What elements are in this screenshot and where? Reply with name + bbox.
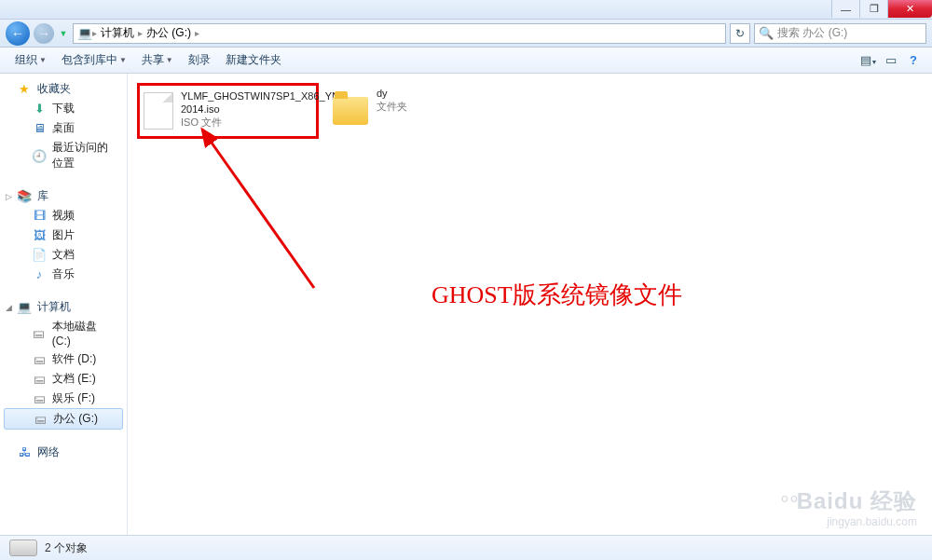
toolbar-new-folder[interactable]: 新建文件夹 — [218, 52, 289, 68]
folder-icon — [333, 97, 368, 125]
tree-computer-header[interactable]: ◢ 💻 计算机 — [0, 297, 127, 317]
file-text: YLMF_GHOSTWIN7SP1_X86_YN 2014.iso ISO 文件 — [181, 89, 339, 132]
status-bar: 2 个对象 — [0, 535, 932, 560]
status-drive-icon — [9, 540, 37, 556]
address-bar[interactable]: 💻 ▸ 计算机 ▸ 办公 (G:) ▸ — [73, 23, 726, 44]
sidebar-item-drive-e[interactable]: 🖴 文档 (E:) — [0, 369, 127, 389]
refresh-button[interactable]: ↻ — [730, 23, 750, 44]
search-input[interactable]: 🔍 搜索 办公 (G:) — [754, 23, 926, 44]
tree-label: 库 — [37, 188, 48, 204]
tree-label: 娱乐 (F:) — [52, 390, 95, 406]
sidebar-item-downloads[interactable]: ⬇ 下载 — [0, 99, 127, 118]
tree-label: 收藏夹 — [37, 81, 71, 97]
desktop-icon: 🖥 — [32, 121, 47, 136]
status-count: 2 个对象 — [45, 540, 88, 556]
toolbar-share[interactable]: 共享▼ — [134, 52, 181, 68]
star-icon: ★ — [17, 82, 32, 97]
window-close-button[interactable]: ✕ — [887, 0, 932, 18]
toolbar-organize[interactable]: 组织▼ — [7, 52, 54, 68]
breadcrumb-computer[interactable]: 计算机 — [97, 25, 138, 41]
tree-label: 本地磁盘 (C:) — [52, 319, 117, 348]
file-row: YLMF_GHOSTWIN7SP1_X86_YN 2014.iso ISO 文件… — [128, 74, 932, 148]
watermark-url: jingyan.baidu.com — [778, 515, 917, 528]
tree-computer: ◢ 💻 计算机 🖴 本地磁盘 (C:) 🖴 软件 (D:) 🖴 文档 (E:) … — [0, 297, 127, 430]
address-row: ← → ▼ 💻 ▸ 计算机 ▸ 办公 (G:) ▸ ↻ 🔍 搜索 办公 (G:) — [0, 20, 932, 48]
picture-icon: 🖼 — [32, 228, 47, 243]
file-item-folder[interactable]: dy 文件夹 — [328, 83, 510, 133]
file-type: 文件夹 — [377, 100, 407, 113]
toolbar-burn[interactable]: 刻录 — [181, 52, 218, 68]
breadcrumb-sep-icon: ▸ — [195, 28, 199, 38]
tree-libraries: ▷ 📚 库 🎞 视频 🖼 图片 📄 文档 ♪ 音乐 — [0, 186, 127, 284]
tree-label: 文档 — [52, 247, 75, 263]
music-icon: ♪ — [32, 267, 47, 282]
main-area: ★ 收藏夹 ⬇ 下载 🖥 桌面 🕘 最近访问的位置 ▷ 📚 库 — [0, 74, 932, 535]
recent-icon: 🕘 — [32, 148, 47, 163]
nav-history-dropdown[interactable]: ▼ — [58, 29, 69, 38]
search-icon: 🔍 — [759, 26, 774, 40]
file-name: YLMF_GHOSTWIN7SP1_X86_YN — [181, 89, 339, 102]
paw-icon: ∘∘ — [778, 486, 797, 510]
drive-icon: 🖴 — [33, 412, 48, 427]
network-icon: 🖧 — [17, 445, 32, 460]
tree-label: 网络 — [37, 444, 60, 460]
toolbar-preview-pane-button[interactable]: ▭ — [880, 53, 902, 67]
drive-icon: 🖴 — [32, 372, 47, 387]
expand-icon: ▷ — [6, 192, 12, 201]
iso-file-icon — [144, 92, 173, 130]
file-icon — [332, 87, 369, 130]
sidebar-item-drive-c[interactable]: 🖴 本地磁盘 (C:) — [0, 317, 127, 349]
watermark: ∘∘Baidu 经验 jingyan.baidu.com — [778, 486, 917, 528]
tree-label: 软件 (D:) — [52, 351, 96, 367]
tree-label: 最近访问的位置 — [52, 140, 117, 171]
drive-icon: 🖴 — [32, 391, 47, 406]
tree-network: 🖧 网络 — [0, 443, 127, 462]
sidebar-item-desktop[interactable]: 🖥 桌面 — [0, 118, 127, 138]
download-icon: ⬇ — [32, 102, 47, 116]
tree-network-header[interactable]: 🖧 网络 — [0, 443, 127, 462]
sidebar-item-pictures[interactable]: 🖼 图片 — [0, 225, 127, 245]
window-maximize-button[interactable]: ❐ — [859, 0, 887, 18]
nav-forward-button[interactable]: → — [34, 23, 54, 44]
toolbar-help-button[interactable]: ? — [902, 53, 925, 67]
file-type: ISO 文件 — [181, 116, 339, 129]
nav-back-button[interactable]: ← — [6, 21, 30, 46]
breadcrumb-drive[interactable]: 办公 (G:) — [143, 25, 195, 41]
sidebar-item-drive-d[interactable]: 🖴 软件 (D:) — [0, 349, 127, 369]
toolbar-include-in-library[interactable]: 包含到库中▼ — [54, 52, 134, 68]
tree-libraries-header[interactable]: ▷ 📚 库 — [0, 186, 127, 206]
toolbar-view-button[interactable]: ▤▼ — [857, 53, 880, 67]
library-icon: 📚 — [17, 189, 32, 204]
sidebar-item-videos[interactable]: 🎞 视频 — [0, 206, 127, 225]
tree-label: 桌面 — [52, 120, 75, 136]
file-icon — [144, 89, 173, 132]
sidebar-item-music[interactable]: ♪ 音乐 — [0, 265, 127, 284]
tree-favorites-header[interactable]: ★ 收藏夹 — [0, 79, 127, 99]
tree-label: 计算机 — [37, 299, 71, 315]
navigation-pane: ★ 收藏夹 ⬇ 下载 🖥 桌面 🕘 最近访问的位置 ▷ 📚 库 — [0, 74, 128, 535]
tree-label: 下载 — [52, 101, 75, 116]
tree-label: 音乐 — [52, 266, 75, 282]
sidebar-item-drive-g[interactable]: 🖴 办公 (G:) — [4, 408, 123, 430]
file-list-pane[interactable]: YLMF_GHOSTWIN7SP1_X86_YN 2014.iso ISO 文件… — [128, 74, 932, 535]
file-name: dy — [377, 87, 407, 100]
search-placeholder: 搜索 办公 (G:) — [777, 25, 847, 41]
computer-icon: 💻 — [77, 26, 92, 41]
sidebar-item-recent[interactable]: 🕘 最近访问的位置 — [0, 138, 127, 173]
file-item-iso[interactable]: YLMF_GHOSTWIN7SP1_X86_YN 2014.iso ISO 文件 — [137, 83, 319, 139]
drive-icon: 🖴 — [32, 352, 47, 367]
tree-favorites: ★ 收藏夹 ⬇ 下载 🖥 桌面 🕘 最近访问的位置 — [0, 79, 127, 173]
drive-icon: 🖴 — [32, 326, 47, 341]
tree-label: 图片 — [52, 227, 75, 243]
toolbar: 组织▼ 包含到库中▼ 共享▼ 刻录 新建文件夹 ▤▼ ▭ ? — [0, 48, 932, 74]
sidebar-item-drive-f[interactable]: 🖴 娱乐 (F:) — [0, 389, 127, 408]
window-titlebar: — ❐ ✕ — [0, 0, 932, 20]
window-minimize-button[interactable]: — — [831, 0, 859, 18]
file-text: dy 文件夹 — [377, 87, 407, 130]
annotation-text: GHOST版系统镜像文件 — [432, 279, 682, 311]
svg-line-1 — [202, 130, 314, 288]
tree-label: 视频 — [52, 208, 75, 224]
computer-icon: 💻 — [17, 300, 32, 315]
sidebar-item-documents[interactable]: 📄 文档 — [0, 245, 127, 265]
watermark-brand: Baidu 经验 — [797, 488, 917, 513]
